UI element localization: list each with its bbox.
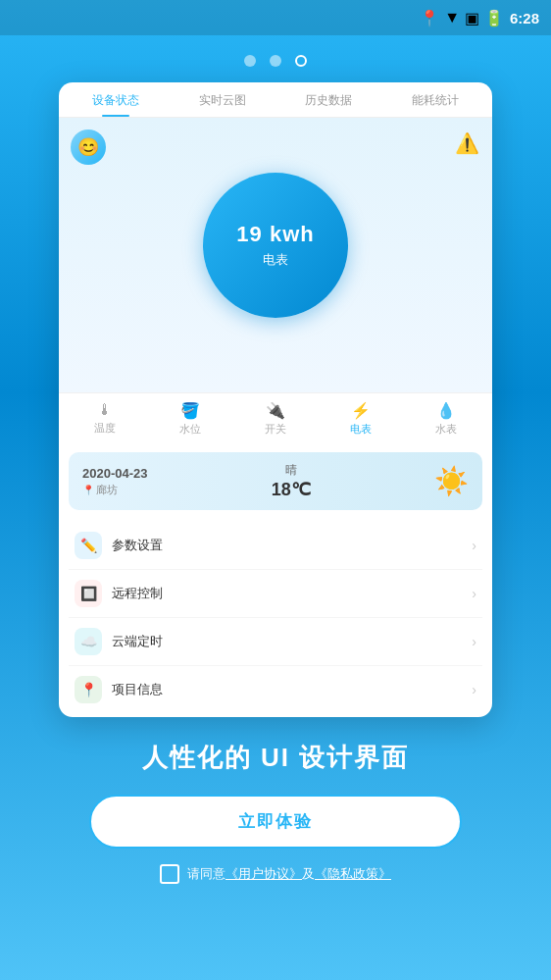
menu-item-project-info[interactable]: 📍 项目信息 › xyxy=(69,666,482,713)
status-icons: 📍 ▼ ▣ 🔋 xyxy=(420,9,504,27)
wifi-icon: ▼ xyxy=(444,9,460,26)
weather-card: 2020-04-23 廊坊 晴 18℃ ☀️ xyxy=(69,452,482,510)
sensor-temperature[interactable]: 🌡 温度 xyxy=(94,401,116,437)
water-meter-icon: 💧 xyxy=(436,401,456,420)
remote-icon: 🔲 xyxy=(75,580,102,607)
user-agreement-link[interactable]: 《用户协议》 xyxy=(225,866,302,881)
sensor-electric-meter[interactable]: ⚡ 电表 xyxy=(350,401,372,437)
cloud-icon: ☁️ xyxy=(75,628,102,655)
agreement-row: 请同意《用户协议》及《隐私政策》 xyxy=(160,864,391,884)
meter-value: 19 kwh xyxy=(236,222,314,247)
arrow-icon-project: › xyxy=(472,682,476,697)
tab-realtime-cloud[interactable]: 实时云图 xyxy=(170,82,276,117)
tab-history-data[interactable]: 历史数据 xyxy=(276,82,382,117)
tab-energy-stats[interactable]: 能耗统计 xyxy=(382,82,489,117)
agreement-text: 请同意《用户协议》及《隐私政策》 xyxy=(187,865,391,883)
bottom-title: 人性化的 UI 设计界面 xyxy=(142,741,409,775)
weather-temp: 18℃ xyxy=(272,479,311,500)
device-header: 😊 ⚠️ xyxy=(71,129,480,165)
menu-item-params[interactable]: ✏️ 参数设置 › xyxy=(69,522,482,570)
weather-center: 晴 18℃ xyxy=(272,462,311,500)
menu-list: ✏️ 参数设置 › 🔲 远程控制 › ☁️ 云端定时 › 📍 项目信息 › xyxy=(59,518,492,717)
menu-item-remote[interactable]: 🔲 远程控制 › xyxy=(69,570,482,618)
sensor-water-meter[interactable]: 💧 水表 xyxy=(435,401,457,437)
dot-3[interactable] xyxy=(295,55,307,67)
cta-button[interactable]: 立即体验 xyxy=(89,795,462,849)
dot-1[interactable] xyxy=(244,55,256,67)
cloud-timer-label: 云端定时 xyxy=(112,633,472,650)
tab-bar: 设备状态 实时云图 历史数据 能耗统计 xyxy=(59,82,492,118)
meter-label: 电表 xyxy=(263,251,288,269)
alert-icon: ⚠️ xyxy=(453,129,480,157)
agreement-checkbox[interactable] xyxy=(160,864,179,884)
project-icon: 📍 xyxy=(75,676,102,703)
phone-card: 设备状态 实时云图 历史数据 能耗统计 😊 ⚠️ 19 kwh 电表 � xyxy=(59,82,492,717)
menu-item-cloud-timer[interactable]: ☁️ 云端定时 › xyxy=(69,618,482,666)
sensor-tabs: 🌡 温度 🪣 水位 🔌 开关 ⚡ 电表 💧 水表 xyxy=(59,392,492,444)
arrow-icon-remote: › xyxy=(472,586,476,601)
sun-icon: ☀️ xyxy=(434,465,469,497)
bottom-section: 人性化的 UI 设计界面 立即体验 请同意《用户协议》及《隐私政策》 xyxy=(0,717,551,903)
battery-icon: 🔋 xyxy=(484,9,504,27)
sensor-switch[interactable]: 🔌 开关 xyxy=(265,401,286,437)
arrow-icon-params: › xyxy=(472,538,476,553)
weather-left: 2020-04-23 廊坊 xyxy=(82,466,148,497)
params-label: 参数设置 xyxy=(112,537,472,554)
weather-status: 晴 xyxy=(272,462,311,479)
params-icon: ✏️ xyxy=(75,532,102,559)
meter-circle-container: 19 kwh 电表 xyxy=(71,173,480,318)
electric-meter-icon: ⚡ xyxy=(351,401,371,420)
project-label: 项目信息 xyxy=(112,681,472,698)
avatar-emoji: 😊 xyxy=(77,136,99,158)
device-content: 😊 ⚠️ 19 kwh 电表 xyxy=(59,118,492,392)
switch-icon: 🔌 xyxy=(266,401,285,420)
remote-label: 远程控制 xyxy=(112,585,472,602)
weather-date: 2020-04-23 xyxy=(82,466,148,481)
arrow-icon-cloud: › xyxy=(472,634,476,649)
dot-2[interactable] xyxy=(270,55,281,67)
tab-device-status[interactable]: 设备状态 xyxy=(63,82,170,117)
status-bar: 📍 ▼ ▣ 🔋 6:28 xyxy=(0,0,551,35)
device-avatar: 😊 xyxy=(71,129,106,165)
sensor-water-level[interactable]: 🪣 水位 xyxy=(179,401,201,437)
agreement-prefix: 请同意 xyxy=(187,866,225,881)
water-level-icon: 🪣 xyxy=(180,401,200,420)
signal-icon: ▣ xyxy=(465,9,479,27)
status-time: 6:28 xyxy=(510,10,539,26)
agreement-and: 及 xyxy=(302,866,315,881)
location-icon: 📍 xyxy=(420,9,439,27)
meter-circle: 19 kwh 电表 xyxy=(203,173,348,318)
privacy-policy-link[interactable]: 《隐私政策》 xyxy=(315,866,391,881)
pagination-dots xyxy=(0,55,551,67)
thermometer-icon: 🌡 xyxy=(97,401,113,419)
weather-location: 廊坊 xyxy=(82,483,148,497)
